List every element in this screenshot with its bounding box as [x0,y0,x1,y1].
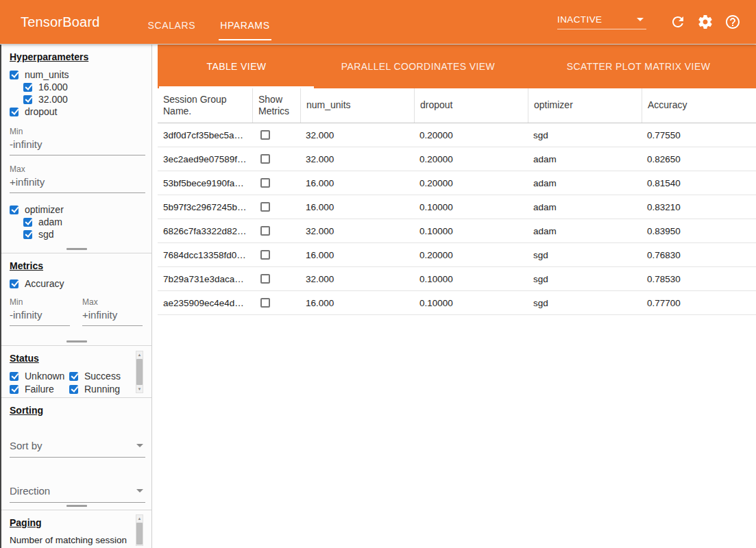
checkbox-label: 16.000 [38,82,68,92]
scroll-up-icon[interactable]: ▲ [136,351,143,358]
settings-gear-icon[interactable] [697,14,714,30]
checkbox-icon[interactable] [69,385,78,394]
optimizer-value: adam [528,202,642,212]
show-metrics-checkbox[interactable] [260,250,270,260]
checkbox-row-dropout[interactable]: dropout [10,105,143,118]
metric-max-input[interactable] [82,307,143,326]
tab-hparams[interactable]: HPARAMS [208,4,282,40]
checkbox-row-success[interactable]: Success [69,370,130,382]
help-icon[interactable] [724,14,741,30]
checkbox-icon[interactable] [10,372,19,381]
table-row: 7684dcc13358fd0… 16.000 0.20000 sgd 0.76… [158,243,756,267]
col-show-metrics[interactable]: Show Metrics [252,88,300,123]
show-metrics-checkbox[interactable] [260,130,270,140]
checkbox-row-num-units-16[interactable]: 16.000 [23,81,143,93]
dropout-min-input[interactable] [10,136,145,155]
checkbox-label: adam [38,216,62,227]
header-tabs: SCALARS HPARAMS [136,0,282,44]
show-metrics-checkbox[interactable] [260,202,270,212]
hparams-sidebar: Hyperparameters num_units 16.000 32.000 … [0,45,152,548]
col-optimizer[interactable]: optimizer [528,88,642,123]
tab-table-view[interactable]: TABLE VIEW [158,45,315,88]
show-metrics-checkbox[interactable] [260,298,270,308]
checkbox-icon[interactable] [69,372,78,381]
header-actions: INACTIVE [557,14,756,30]
num-units-value: 32.000 [300,226,414,236]
optimizer-value: adam [528,178,642,188]
dropout-value: 0.10000 [414,202,528,212]
section-sorting: Sorting Sort by Direction [1,398,151,510]
tab-scatter-plot-matrix-view[interactable]: SCATTER PLOT MATRIX VIEW [521,45,756,88]
checkbox-icon[interactable] [23,230,32,239]
col-session-group-name[interactable]: Session Group Name. [158,88,252,123]
checkbox-row-unknown[interactable]: Unknown [10,370,69,382]
reload-status-select[interactable]: INACTIVE [557,14,646,29]
resize-handle[interactable] [66,340,87,342]
direction-value: Direction [10,485,50,497]
status-checkbox-grid: Unknown Success Failure Running [10,370,130,395]
session-group-name: 5b97f3c2967245b… [158,202,252,212]
show-metrics-cell [252,202,300,212]
accuracy-value: 0.77700 [642,298,756,308]
accuracy-value: 0.81540 [642,178,756,188]
dropout-max-input[interactable] [10,174,145,193]
checkbox-row-accuracy[interactable]: Accuracy [10,277,143,290]
app-header: TensorBoard SCALARS HPARAMS INACTIVE [0,0,756,44]
direction-dropdown[interactable]: Direction [10,482,145,503]
chevron-down-icon [136,489,143,493]
status-scrollbar[interactable]: ▲ ▼ [136,351,143,393]
num-units-value: 32.000 [300,130,414,140]
tab-scalars[interactable]: SCALARS [136,4,208,40]
show-metrics-checkbox[interactable] [260,178,270,188]
checkbox-row-num-units-32[interactable]: 32.000 [23,93,143,105]
num-units-value: 16.000 [300,178,414,188]
paging-scrollbar[interactable]: ▲ [136,514,143,546]
sort-by-dropdown[interactable]: Sort by [10,437,145,458]
checkbox-icon[interactable] [23,218,32,227]
checkbox-label: Unknown [25,371,64,382]
chevron-down-icon [136,444,143,447]
scroll-up-icon[interactable]: ▲ [136,515,143,522]
checkbox-icon[interactable] [23,83,32,92]
checkbox-row-running[interactable]: Running [69,383,130,395]
show-metrics-cell [252,274,300,284]
checkbox-icon[interactable] [10,206,19,214]
optimizer-value: sgd [528,250,642,260]
refresh-icon[interactable] [670,14,686,30]
checkbox-icon[interactable] [10,385,19,394]
metric-minmax-fields: Min Max [10,290,143,326]
checkbox-label: dropout [25,106,57,117]
optimizer-value: adam [528,226,642,236]
checkbox-row-optimizer-adam[interactable]: adam [23,216,143,228]
show-metrics-checkbox[interactable] [260,274,270,284]
matching-groups-count: Number of matching session groups: 8 [10,534,140,548]
col-dropout[interactable]: dropout [414,88,528,123]
session-group-name: 3ec2aed9e07589f… [158,154,252,164]
show-metrics-cell [252,226,300,236]
checkbox-icon[interactable] [10,71,19,79]
checkbox-icon[interactable] [23,95,32,104]
tab-parallel-coordinates-view[interactable]: PARALLEL COORDINATES VIEW [315,45,521,88]
hyperparameters-heading: Hyperparameters [10,51,143,62]
resize-handle[interactable] [66,505,87,507]
checkbox-icon[interactable] [10,108,19,116]
checkbox-row-optimizer[interactable]: optimizer [10,203,143,216]
resize-handle[interactable] [66,248,87,250]
dropout-value: 0.20000 [414,250,528,260]
show-metrics-checkbox[interactable] [260,226,270,236]
col-accuracy[interactable]: Accuracy [642,88,756,123]
scrollbar-thumb[interactable] [136,359,143,385]
show-metrics-checkbox[interactable] [260,154,270,164]
checkbox-icon[interactable] [10,279,19,288]
table-row: 53bf5bece9190fa… 16.000 0.20000 adam 0.8… [158,171,756,195]
scrollbar-thumb[interactable] [136,523,143,545]
accuracy-value: 0.82650 [642,154,756,164]
col-num-units[interactable]: num_units [300,88,414,123]
accuracy-value: 0.76830 [642,250,756,260]
checkbox-row-failure[interactable]: Failure [10,383,69,395]
checkbox-row-optimizer-sgd[interactable]: sgd [23,228,143,240]
metric-min-input[interactable] [10,307,70,326]
checkbox-row-num-units[interactable]: num_units [10,68,143,81]
scroll-down-icon[interactable]: ▼ [136,386,143,393]
table-row: ae235909ec4e4d… 16.000 0.10000 sgd 0.777… [158,291,756,315]
